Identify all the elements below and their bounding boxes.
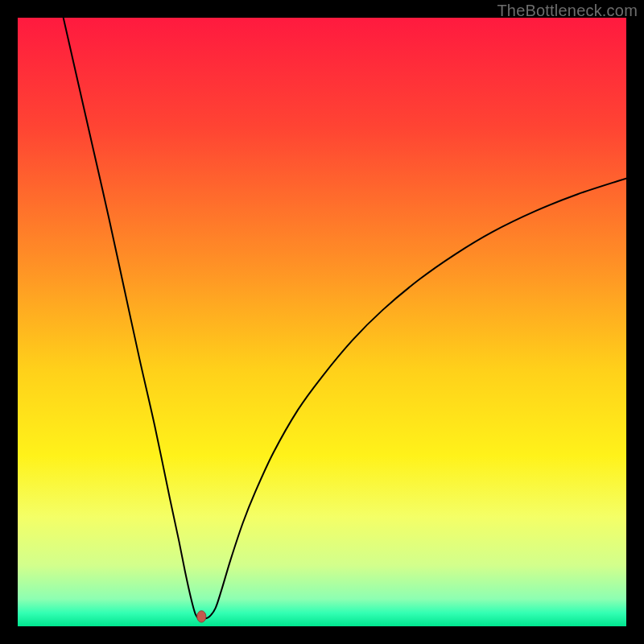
bottleneck-curve: [64, 18, 626, 619]
curve-layer: [18, 18, 626, 626]
watermark-label: TheBottleneck.com: [497, 2, 638, 20]
plot-area: [18, 18, 626, 626]
optimal-point-marker: [197, 611, 206, 622]
chart-frame: TheBottleneck.com: [0, 0, 644, 644]
